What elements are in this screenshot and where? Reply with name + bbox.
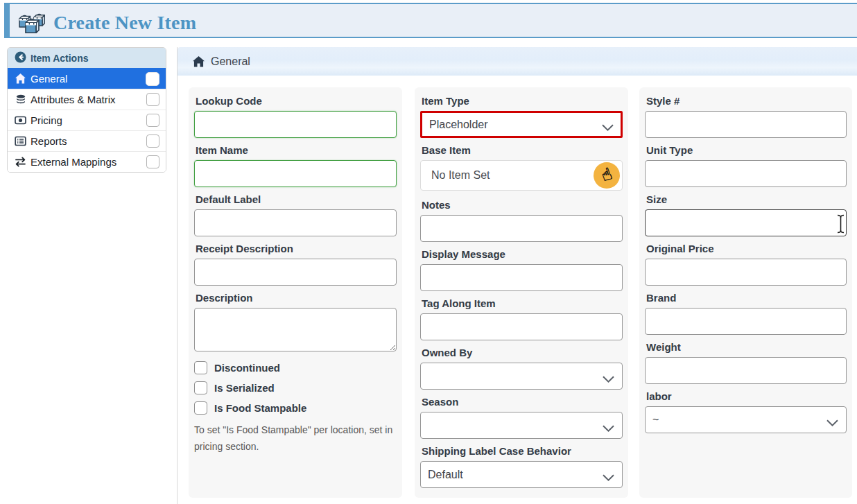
is-serialized-row: Is Serialized	[194, 381, 397, 394]
item-type-select-wrap: Placeholder	[420, 111, 623, 138]
sidebar-item-external-mappings[interactable]: External Mappings	[8, 151, 166, 172]
size-input[interactable]	[645, 209, 847, 236]
lookup-code-input[interactable]	[194, 111, 397, 138]
original-price-label: Original Price	[646, 243, 847, 254]
item-type-select[interactable]: Placeholder	[422, 113, 621, 136]
tag-along-item-label: Tag Along Item	[422, 298, 623, 309]
app-header: Create New Item	[4, 3, 857, 38]
lookup-code-label: Lookup Code	[196, 96, 397, 106]
labor-select-wrap: ~	[645, 406, 847, 433]
owned-by-label: Owned By	[422, 347, 623, 358]
item-type-label: Item Type	[422, 96, 623, 106]
food-stampable-note: To set "Is Food Stampable" per location,…	[194, 422, 395, 455]
base-item-value: No Item Set	[431, 169, 490, 182]
panel-column-1: Lookup Code Item Name Default Label Rece…	[189, 87, 402, 498]
header-accent-bar	[4, 4, 10, 37]
base-item-picker-button[interactable]: ☝	[594, 162, 620, 189]
notes-label: Notes	[422, 200, 623, 210]
season-select[interactable]	[420, 412, 623, 439]
item-name-label: Item Name	[196, 145, 397, 155]
brand-label: Brand	[646, 293, 847, 303]
notes-input[interactable]	[420, 215, 623, 242]
base-item-card: No Item Set ☝	[420, 160, 623, 191]
breadcrumb: General	[178, 47, 857, 76]
sidebar-item-attributes-matrix[interactable]: Attributes & Matrix	[8, 89, 166, 110]
is-serialized-checkbox[interactable]	[194, 381, 207, 394]
default-label-input[interactable]	[194, 209, 397, 236]
database-icon	[15, 94, 26, 105]
sidebar-checkbox-reports[interactable]	[146, 134, 159, 148]
is-serialized-label: Is Serialized	[214, 381, 275, 394]
sidebar-item-label: Pricing	[31, 114, 62, 126]
page-title: Create New Item	[53, 13, 196, 33]
swap-arrows-icon	[15, 156, 26, 168]
original-price-input[interactable]	[645, 259, 847, 286]
sidebar-item-label: Reports	[31, 135, 67, 147]
unit-type-label: Unit Type	[646, 145, 847, 155]
size-label: Size	[646, 194, 847, 205]
panel-column-3: Style # Unit Type Size Original Price Br…	[639, 87, 852, 498]
sidebar-item-general[interactable]: General	[8, 68, 166, 89]
tag-along-item-input[interactable]	[420, 313, 623, 340]
season-select-wrap	[420, 412, 623, 439]
discontinued-checkbox[interactable]	[194, 361, 207, 374]
sidebar-item-label: General	[31, 73, 67, 85]
default-label-label: Default Label	[196, 194, 397, 205]
brand-input[interactable]	[645, 308, 847, 335]
discontinued-label: Discontinued	[214, 361, 280, 374]
shipping-label-case-behavior-select-wrap: Default	[420, 461, 623, 488]
sidebar-header[interactable]: Item Actions	[8, 48, 166, 68]
breadcrumb-label: General	[211, 55, 250, 68]
is-food-stampable-checkbox[interactable]	[194, 401, 207, 415]
is-food-stampable-label: Is Food Stampable	[214, 401, 306, 415]
sidebar-checkbox-general[interactable]	[146, 72, 159, 86]
owned-by-select-wrap	[420, 363, 623, 390]
owned-by-select[interactable]	[420, 363, 623, 390]
base-item-label: Base Item	[422, 145, 623, 155]
sidebar-title: Item Actions	[31, 53, 89, 64]
sidebar-checkbox-pricing[interactable]	[146, 114, 159, 127]
receipt-description-input[interactable]	[194, 259, 397, 286]
page: Create New Item Item Actions General	[0, 0, 857, 504]
home-icon	[193, 56, 205, 67]
sidebar-checkbox-external-mappings[interactable]	[146, 155, 159, 168]
unit-type-input[interactable]	[645, 160, 847, 187]
is-food-stampable-row: Is Food Stampable	[194, 401, 397, 415]
discontinued-row: Discontinued	[194, 361, 397, 374]
description-label: Description	[196, 293, 397, 303]
sidebar-item-pricing[interactable]: Pricing	[8, 110, 166, 130]
main-panel: General Lookup Code Item Name Default La…	[177, 47, 857, 504]
sidebar-checkbox-attributes-matrix[interactable]	[146, 93, 159, 106]
display-message-label: Display Message	[422, 249, 623, 259]
circle-arrow-left-icon	[15, 51, 26, 65]
shopping-bags-icon	[19, 12, 45, 33]
sidebar-item-label: Attributes & Matrix	[31, 94, 116, 105]
shipping-label-case-behavior-label: Shipping Label Case Behavior	[422, 446, 623, 456]
display-message-input[interactable]	[420, 264, 623, 291]
weight-input[interactable]	[645, 357, 847, 384]
panel-column-2: Item Type Placeholder Base Item No Item …	[415, 87, 628, 498]
labor-label: labor	[646, 391, 847, 401]
pointing-hand-icon: ☝	[599, 165, 614, 184]
item-name-input[interactable]	[194, 160, 397, 187]
weight-label: Weight	[646, 342, 847, 352]
sidebar-item-reports[interactable]: Reports	[8, 130, 166, 151]
report-list-icon	[15, 135, 26, 147]
style-number-input[interactable]	[645, 111, 847, 138]
house-icon	[15, 73, 26, 85]
receipt-description-label: Receipt Description	[196, 243, 397, 254]
shipping-label-case-behavior-select[interactable]: Default	[420, 461, 623, 488]
season-label: Season	[422, 397, 623, 407]
sidebar-item-label: External Mappings	[31, 156, 116, 168]
description-textarea[interactable]	[194, 308, 397, 351]
cash-icon	[15, 114, 26, 126]
labor-select[interactable]: ~	[645, 406, 847, 433]
style-number-label: Style #	[646, 96, 847, 106]
sidebar: Item Actions General Attributes & Matrix	[7, 47, 166, 173]
